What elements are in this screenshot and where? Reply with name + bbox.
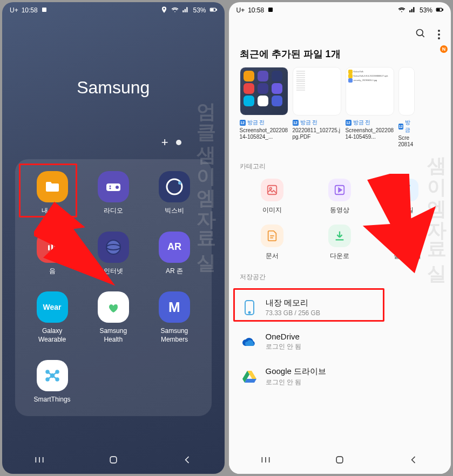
storage-title: Google 드라이브 xyxy=(266,366,327,377)
recent-title-text: 최근에 추가된 파일 1개 xyxy=(240,49,341,59)
app-label: 음 xyxy=(49,267,56,276)
svg-rect-32 xyxy=(442,9,443,10)
app-label: SmartThings xyxy=(34,396,71,404)
category-downloads[interactable]: 다운로 xyxy=(307,225,373,261)
nav-bar xyxy=(2,448,225,474)
gdrive-icon xyxy=(241,368,258,385)
file-time: 방금 전 xyxy=(353,119,371,126)
file-name: 20220811_102725.jpg.PDF xyxy=(293,127,341,140)
app-wearable[interactable]: Wear Galaxy Wearable xyxy=(24,291,80,344)
home-screen: 엄클샘이엠자료실 U+ 10:58 53% Samsung xyxy=(2,2,225,474)
time-label: 10:58 xyxy=(22,6,38,14)
docs-icon xyxy=(261,225,283,247)
more-button[interactable] xyxy=(438,30,440,39)
onedrive-icon xyxy=(241,333,258,350)
status-bar: U+ 10:58 53% xyxy=(2,2,225,18)
battery-icon xyxy=(209,6,217,15)
storage-list: 내장 메모리 73.33 GB / 256 GB OneDrive 로그인 안 … xyxy=(229,287,451,398)
back-button[interactable] xyxy=(182,454,193,467)
search-button[interactable] xyxy=(415,28,426,41)
members-icon: M xyxy=(159,291,190,323)
wifi-icon xyxy=(398,6,405,15)
app-myfiles[interactable]: 내 파일 xyxy=(24,171,80,215)
phone-storage-icon xyxy=(241,299,258,316)
app-label: 라디오 xyxy=(104,207,123,215)
category-label: 파일 xyxy=(401,206,414,215)
recent-file-card[interactable]: 12방금 전 Screenshot_20220814-105824_... xyxy=(240,67,288,148)
location-icon xyxy=(160,6,168,15)
radio-icon xyxy=(98,171,129,202)
storage-internal[interactable]: 내장 메모리 73.33 GB / 256 GB xyxy=(235,290,445,324)
file-time: 방금 전 xyxy=(247,119,265,126)
app-internet[interactable]: 인터넷 xyxy=(85,232,141,276)
internet-icon xyxy=(98,232,129,263)
category-images[interactable]: 이미지 xyxy=(240,179,305,215)
storage-sub: 73.33 GB / 256 GB xyxy=(266,309,320,317)
app-health[interactable]: Samsung Health xyxy=(85,291,141,344)
app-radio[interactable]: 라디오 xyxy=(85,171,141,215)
health-icon xyxy=(98,291,129,323)
svg-point-36 xyxy=(269,187,272,189)
app-music[interactable]: 음 xyxy=(24,232,80,276)
home-button[interactable] xyxy=(108,454,119,467)
nav-bar xyxy=(229,448,451,474)
video-icon xyxy=(328,179,351,201)
category-grid: 이미지 동영상 파일 문서 다운로 P xyxy=(229,176,451,267)
signal-icon xyxy=(182,6,190,15)
storage-onedrive[interactable]: OneDrive 로그인 안 됨 xyxy=(235,324,445,359)
app-ar[interactable]: AR AR 존 xyxy=(146,232,202,276)
recent-file-card[interactable]: ━━━━━━━━━━━━━━━━━━━━━━━━━━━━━━━━━━━━━━━━… xyxy=(293,67,341,148)
storage-gdrive[interactable]: Google 드라이브 로그인 안 됨 xyxy=(235,359,445,395)
recents-button[interactable] xyxy=(34,454,45,467)
app-smartthings[interactable]: SmartThings xyxy=(24,360,80,404)
new-badge: N xyxy=(440,45,448,53)
screenshot-icon xyxy=(267,6,274,15)
storage-sub: 로그인 안 됨 xyxy=(266,378,327,387)
recent-file-card[interactable]: 12방금 Scre 20814 xyxy=(398,67,415,148)
folder-title: Samsung xyxy=(2,78,225,98)
recent-files-row[interactable]: 12방금 전 Screenshot_20220814-105824_... ━━… xyxy=(229,67,451,157)
file-name: Screenshot_20220814-105824_... xyxy=(240,127,288,140)
app-bixby[interactable]: 빅스비 xyxy=(146,171,202,215)
file-time: 방금 전 xyxy=(300,119,318,126)
app-label: Samsung Health xyxy=(99,327,127,344)
page-indicator[interactable] xyxy=(176,140,181,145)
category-label: 동영상 xyxy=(330,206,349,215)
battery-label: 53% xyxy=(193,6,206,14)
battery-icon xyxy=(436,6,443,15)
recent-file-card[interactable]: KakaoTalk KakaoTalk-9.8.6.202208300627.a… xyxy=(346,67,394,148)
category-video[interactable]: 동영상 xyxy=(307,179,373,215)
download-icon xyxy=(328,225,351,247)
home-button[interactable] xyxy=(334,454,345,467)
svg-point-5 xyxy=(116,186,119,189)
bixby-icon xyxy=(159,171,190,202)
time-label: 10:58 xyxy=(248,6,264,14)
app-label: AR 존 xyxy=(166,267,183,276)
app-label: 빅스비 xyxy=(165,207,184,215)
add-page-button[interactable]: + xyxy=(161,135,168,149)
signal-icon xyxy=(409,6,416,15)
app-label: 인터넷 xyxy=(104,267,123,276)
svg-rect-3 xyxy=(216,9,217,10)
svg-rect-35 xyxy=(268,186,277,195)
storage-header: 저장공간 xyxy=(229,267,451,287)
app-members[interactable]: M Samsung Members xyxy=(146,291,202,344)
category-apk[interactable]: PK 설치 파일 xyxy=(375,225,440,261)
svg-rect-11 xyxy=(51,243,53,251)
svg-rect-28 xyxy=(110,457,117,463)
file-thumbnail: ━━━━━━━━━━━━━━━━━━━━━━━━━━━━━━━━━━━━━━━━… xyxy=(293,67,341,115)
file-thumbnail xyxy=(240,67,288,115)
back-button[interactable] xyxy=(408,454,419,467)
svg-rect-45 xyxy=(336,457,343,463)
svg-rect-2 xyxy=(211,9,213,11)
app-label: Galaxy Wearable xyxy=(38,327,66,344)
svg-rect-10 xyxy=(48,245,50,250)
storage-title: OneDrive xyxy=(266,332,302,341)
recents-button[interactable] xyxy=(260,454,271,467)
category-audio[interactable]: 파일 xyxy=(375,179,440,215)
category-docs[interactable]: 문서 xyxy=(240,225,305,261)
myfiles-icon xyxy=(37,171,68,202)
apk-icon: PK xyxy=(396,225,418,247)
screenshot-icon xyxy=(41,6,48,15)
svg-rect-31 xyxy=(437,9,440,11)
